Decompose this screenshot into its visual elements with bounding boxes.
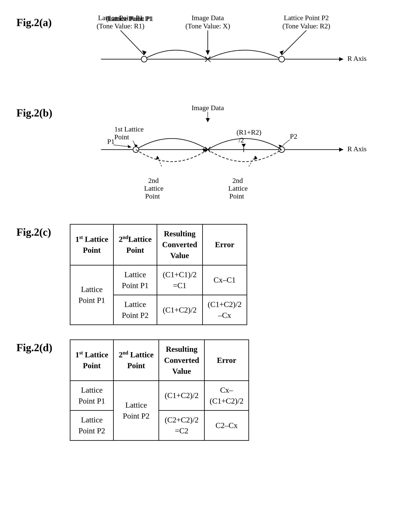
svg-text:P2: P2	[290, 133, 297, 140]
fig2c-row2-col4: (C1+C2)/2–Cx	[203, 295, 247, 325]
svg-text:Image Data: Image Data	[192, 14, 224, 22]
fig2a-section: Fig.2(a) (Lattice Point P1 Lattice Point…	[16, 12, 379, 90]
svg-text:Lattice: Lattice	[228, 185, 248, 192]
fig2d-row2-col3: (C2+C2)/2=C2	[159, 411, 204, 440]
svg-marker-11	[142, 50, 147, 55]
fig2d-section: Fig.2(d) 1st LatticePoint 2nd LatticePoi…	[16, 337, 379, 441]
fig2b-content: Image Data P1 1st Lattice Point (R1+R2) …	[70, 103, 379, 210]
fig2c-header-col2: 2ndLatticePoint	[114, 224, 157, 265]
svg-marker-33	[242, 144, 246, 147]
svg-marker-13	[280, 50, 284, 55]
fig2c-row1-col4: Cx–C1	[203, 265, 247, 295]
svg-text:2nd: 2nd	[148, 177, 159, 184]
svg-text:R Axis: R Axis	[347, 55, 367, 62]
fig2c-content: 1st LatticePoint 2ndLatticePoint Resulti…	[70, 222, 379, 325]
svg-text:Point: Point	[114, 133, 129, 141]
svg-text:(R1+R2): (R1+R2)	[236, 129, 261, 136]
svg-text:2nd: 2nd	[232, 177, 243, 184]
table-row: LatticePoint P2 (C2+C2)/2=C2 C2–Cx	[70, 411, 249, 440]
fig2a-content: (Lattice Point P1 Lattice Point P1 Latti…	[70, 12, 379, 90]
fig2d-header-col2: 2nd LatticePoint	[114, 340, 159, 381]
svg-text:Lattice Point P2: Lattice Point P2	[284, 14, 329, 22]
svg-text:Point: Point	[229, 192, 244, 200]
svg-marker-49	[254, 156, 258, 160]
page: Fig.2(a) (Lattice Point P1 Lattice Point…	[0, 0, 395, 532]
svg-marker-23	[206, 118, 210, 122]
fig2d-content: 1st LatticePoint 2nd LatticePoint Result…	[70, 337, 379, 441]
fig2c-header-col3: ResultingConvertedValue	[157, 224, 203, 265]
fig2b-label: Fig.2(b)	[16, 103, 70, 119]
fig2c-row2-col2: LatticePoint P2	[114, 295, 157, 325]
fig2d-row1-col4: Cx–(C1+C2)/2	[204, 381, 249, 410]
svg-marker-26	[128, 145, 132, 148]
svg-line-10	[282, 30, 306, 55]
fig2d-header-col1: 1st LatticePoint	[70, 340, 114, 381]
svg-line-8	[121, 30, 144, 55]
fig2d-row1-col3: (C1+C2)/2	[159, 381, 204, 410]
fig2c-row1-col3: (C1+C1)/2=C1	[157, 265, 203, 295]
fig2c-row1-col2: LatticePoint P1	[114, 265, 157, 295]
fig2c-table: 1st LatticePoint 2ndLatticePoint Resulti…	[70, 224, 247, 325]
svg-text:(Tone Value: R1): (Tone Value: R1)	[97, 22, 144, 30]
svg-marker-37	[339, 147, 343, 152]
svg-text:Lattice: Lattice	[144, 185, 163, 192]
table-row: LatticePoint P1 LatticePoint P2 (C1+C2)/…	[70, 381, 249, 410]
svg-point-17	[141, 56, 147, 62]
fig2c-section: Fig.2(c) 1st LatticePoint 2ndLatticePoin…	[16, 222, 379, 325]
svg-marker-12	[206, 50, 210, 55]
svg-marker-47	[156, 156, 159, 160]
fig2c-header-col1: 1st LatticePoint	[70, 224, 114, 265]
svg-text:/2: /2	[239, 136, 244, 144]
svg-text:Lattice Point P1: Lattice Point P1	[98, 14, 143, 22]
svg-text:1st  Lattice: 1st Lattice	[114, 125, 144, 133]
svg-text:R Axis: R Axis	[347, 145, 367, 153]
fig2d-row2-col4: C2–Cx	[204, 411, 249, 440]
fig2d-row2-col1: LatticePoint P2	[70, 411, 114, 440]
fig2d-label: Fig.2(d)	[16, 337, 70, 354]
fig2d-row1-col2: LatticePoint P2	[114, 381, 159, 440]
svg-point-20	[279, 56, 285, 62]
svg-text:P1: P1	[107, 138, 115, 145]
fig2c-row1-col1: LatticePoint P1	[70, 265, 114, 325]
svg-text:(Tone Value: R2): (Tone Value: R2)	[282, 22, 330, 30]
svg-text:Point: Point	[145, 192, 160, 200]
fig2b-section: Fig.2(b) Image Data P1 1st Lattice Point	[16, 103, 379, 210]
fig2b-diagram: Image Data P1 1st Lattice Point (R1+R2) …	[81, 103, 368, 210]
fig2a-label: Fig.2(a)	[16, 12, 70, 28]
fig2d-table: 1st LatticePoint 2nd LatticePoint Result…	[70, 339, 249, 441]
svg-text:(Tone Value: X): (Tone Value: X)	[185, 22, 230, 30]
table-row: LatticePoint P1 LatticePoint P1 (C1+C1)/…	[70, 265, 247, 295]
svg-line-48	[249, 156, 255, 166]
fig2d-row1-col1: LatticePoint P1	[70, 381, 114, 410]
fig2c-row2-col3: (C1+C2)/2	[157, 295, 203, 325]
fig2d-header-col4: Error	[204, 340, 249, 381]
fig2a-diagram: (Lattice Point P1 Lattice Point P1 Latti…	[81, 12, 368, 90]
fig2c-header-col4: Error	[203, 224, 247, 265]
svg-text:Image Data: Image Data	[192, 104, 224, 112]
fig2c-label: Fig.2(c)	[16, 222, 70, 238]
fig2d-header-col3: ResultingConvertedValue	[159, 340, 204, 381]
svg-marker-15	[339, 57, 343, 61]
